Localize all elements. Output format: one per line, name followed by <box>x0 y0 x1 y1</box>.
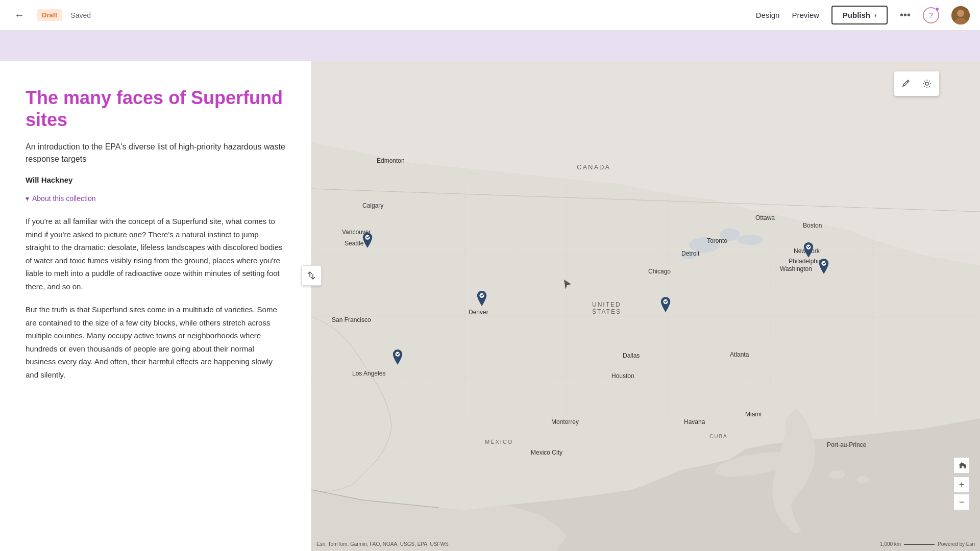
zoom-controls: + − <box>953 457 970 510</box>
avatar-image <box>951 6 970 24</box>
banner <box>0 31 980 61</box>
scale-label: 1,000 km <box>880 541 901 547</box>
article-subtitle: An introduction to the EPA's diverse lis… <box>26 141 285 165</box>
avatar[interactable] <box>951 6 970 24</box>
svg-point-1 <box>957 10 964 17</box>
map-pin-denver[interactable] <box>475 291 489 307</box>
swap-panel-button[interactable] <box>301 265 322 286</box>
map-background <box>311 61 980 551</box>
powered-by: Powered by Esri <box>938 541 975 547</box>
map-pin-philadelphia[interactable] <box>817 259 831 275</box>
svg-point-20 <box>925 82 928 85</box>
map-toolbar <box>894 71 939 96</box>
back-button[interactable]: ← <box>10 7 29 23</box>
nav-right: Design Preview Publish › ••• ? <box>756 6 970 24</box>
collection-chevron: ▾ <box>26 194 29 203</box>
edit-map-button[interactable] <box>897 74 916 93</box>
svg-point-19 <box>856 476 869 483</box>
saved-label: Saved <box>70 11 91 19</box>
map-pin-st-louis[interactable] <box>658 297 673 313</box>
scale-bar <box>904 544 935 545</box>
map-pin-new-york[interactable] <box>801 242 816 259</box>
nav-left: ← Draft Saved <box>10 7 91 23</box>
draft-badge: Draft <box>37 9 62 21</box>
svg-point-4 <box>689 237 720 253</box>
left-panel: The many faces of Superfund sites An int… <box>0 61 311 551</box>
home-button[interactable] <box>953 457 970 473</box>
svg-point-18 <box>829 470 845 479</box>
notification-dot <box>935 7 939 11</box>
pencil-icon <box>902 79 911 88</box>
map-attribution: Esri, TomTom, Garmin, FAO, NOAA, USGS, E… <box>316 541 449 547</box>
settings-map-button[interactable] <box>918 74 936 93</box>
swap-icon <box>307 271 316 280</box>
gear-icon <box>922 79 932 88</box>
more-button[interactable]: ••• <box>900 9 911 21</box>
main-content: The many faces of Superfund sites An int… <box>0 61 980 551</box>
map-pin-vancouver[interactable] <box>360 233 375 249</box>
svg-point-5 <box>720 229 740 241</box>
zoom-out-button[interactable]: − <box>953 494 970 510</box>
help-button[interactable]: ? <box>923 7 939 23</box>
publish-chevron: › <box>874 12 876 19</box>
body-paragraph-2: But the truth is that Superfund sites co… <box>26 303 285 381</box>
zoom-in-button[interactable]: + <box>953 477 970 493</box>
topnav: ← Draft Saved Design Preview Publish › •… <box>0 0 980 31</box>
article-title: The many faces of Superfund sites <box>26 87 285 131</box>
author-name: Will Hackney <box>26 176 285 184</box>
collection-label: About this collection <box>32 194 96 203</box>
body-paragraph-1: If you're at all familiar with the conce… <box>26 215 285 293</box>
svg-point-6 <box>738 235 763 245</box>
collection-toggle[interactable]: ▾ About this collection <box>26 194 285 203</box>
help-label: ? <box>929 11 933 19</box>
design-link[interactable]: Design <box>756 11 780 19</box>
preview-link[interactable]: Preview <box>792 11 819 19</box>
map-panel[interactable]: Edmonton Calgary Vancouver Seattle San F… <box>311 61 980 551</box>
publish-label: Publish <box>843 11 870 19</box>
map-pin-los-angeles[interactable] <box>390 349 405 366</box>
publish-button[interactable]: Publish › <box>831 6 888 24</box>
map-scale: 1,000 km Powered by Esri <box>880 541 975 547</box>
